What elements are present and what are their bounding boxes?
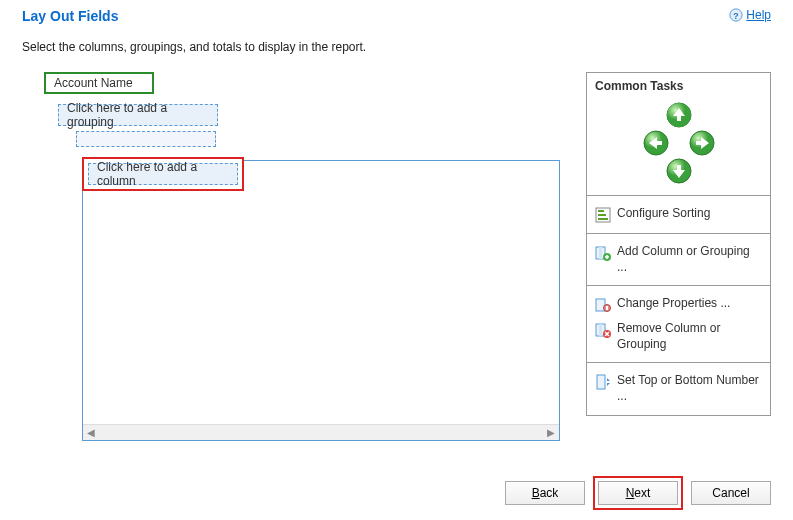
next-button-highlight: Next [593,476,683,510]
scroll-track[interactable] [99,425,543,440]
instruction-text: Select the columns, groupings, and total… [0,28,793,72]
remove-column-label: Remove Column or Grouping [617,321,762,352]
configure-sorting-task[interactable]: Configure Sorting [587,202,770,227]
empty-grouping-slot[interactable] [76,131,216,147]
wizard-footer: Back Next Cancel [505,476,771,510]
svg-rect-11 [598,210,604,212]
add-column-highlight: Click here to add a column [82,157,244,191]
report-canvas[interactable]: ◀ ▶ [82,160,560,441]
move-left-button[interactable] [642,129,670,157]
help-label: Help [746,8,771,22]
account-name-field[interactable]: Account Name [44,72,154,94]
change-properties-task[interactable]: Change Properties ... [587,292,770,317]
properties-icon [595,297,611,313]
add-column-task[interactable]: Add Column or Grouping ... [587,240,770,279]
move-up-button[interactable] [665,101,693,129]
scroll-right-arrow[interactable]: ▶ [543,425,559,441]
top-bottom-icon [595,374,611,390]
help-icon: ? [729,8,743,22]
set-top-bottom-label: Set Top or Bottom Number ... [617,373,762,404]
scroll-left-arrow[interactable]: ◀ [83,425,99,441]
add-column-label: Add Column or Grouping ... [617,244,762,275]
page-title: Lay Out Fields [22,8,118,24]
change-properties-label: Change Properties ... [617,296,730,312]
sidebar-title: Common Tasks [587,73,770,97]
help-link[interactable]: ? Help [729,8,771,22]
svg-rect-23 [597,375,605,389]
move-down-button[interactable] [665,157,693,185]
back-button[interactable]: Back [505,481,585,505]
svg-text:?: ? [734,11,739,21]
svg-rect-12 [598,214,606,216]
next-button[interactable]: Next [598,481,678,505]
sort-icon [595,207,611,223]
move-arrows-section [587,97,770,196]
cancel-button[interactable]: Cancel [691,481,771,505]
add-grouping-placeholder[interactable]: Click here to add a grouping [58,104,218,126]
common-tasks-panel: Common Tasks [586,72,771,416]
svg-rect-21 [599,324,602,336]
remove-column-task[interactable]: Remove Column or Grouping [587,317,770,356]
configure-sorting-label: Configure Sorting [617,206,710,222]
add-column-icon [595,245,611,261]
svg-rect-15 [599,247,602,259]
design-area: Account Name Click here to add a groupin… [22,72,566,191]
set-top-bottom-task[interactable]: Set Top or Bottom Number ... [587,369,770,408]
remove-column-icon [595,322,611,338]
svg-rect-19 [606,306,608,310]
svg-rect-13 [598,218,608,220]
move-right-button[interactable] [688,129,716,157]
horizontal-scrollbar[interactable]: ◀ ▶ [83,424,559,440]
add-column-placeholder[interactable]: Click here to add a column [88,163,238,185]
